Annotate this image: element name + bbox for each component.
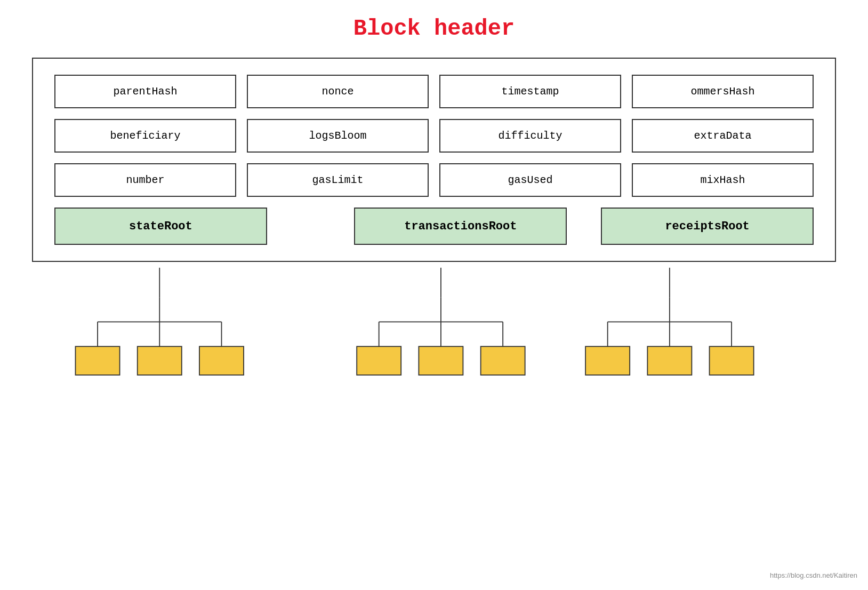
svg-rect-15	[357, 346, 401, 375]
field-extraData: extraData	[632, 119, 814, 153]
page-title: Block header	[353, 16, 515, 42]
grid-row-2: beneficiary logsBloom difficulty extraDa…	[54, 119, 814, 153]
svg-rect-16	[419, 346, 463, 375]
field-gasUsed: gasUsed	[439, 163, 621, 197]
field-difficulty: difficulty	[439, 119, 621, 153]
field-receiptsRoot: receiptsRoot	[601, 208, 814, 245]
svg-rect-7	[138, 346, 182, 375]
svg-rect-8	[199, 346, 244, 375]
grid-row-3: number gasLimit gasUsed mixHash	[54, 163, 814, 197]
field-logsBloom: logsBloom	[247, 119, 429, 153]
trees-section	[32, 262, 836, 414]
field-parentHash: parentHash	[54, 75, 236, 108]
svg-rect-6	[76, 346, 120, 375]
roots-row: stateRoot transactionsRoot receiptsRoot	[54, 208, 814, 245]
fields-grid: parentHash nonce timestamp ommersHash be…	[54, 75, 814, 245]
grid-row-1: parentHash nonce timestamp ommersHash	[54, 75, 814, 108]
block-header-container: parentHash nonce timestamp ommersHash be…	[32, 58, 836, 262]
field-timestamp: timestamp	[439, 75, 621, 108]
svg-rect-17	[481, 346, 525, 375]
svg-rect-26	[710, 346, 754, 375]
field-nonce: nonce	[247, 75, 429, 108]
svg-rect-24	[585, 346, 630, 375]
field-beneficiary: beneficiary	[54, 119, 236, 153]
field-mixHash: mixHash	[632, 163, 814, 197]
field-number: number	[54, 163, 236, 197]
field-transactionsRoot: transactionsRoot	[354, 208, 567, 245]
field-ommersHash: ommersHash	[632, 75, 814, 108]
watermark: https://blog.csdn.net/Kaitiren	[770, 571, 857, 579]
field-gasLimit: gasLimit	[247, 163, 429, 197]
trees-svg	[53, 262, 815, 411]
svg-rect-25	[647, 346, 692, 375]
field-stateRoot: stateRoot	[54, 208, 267, 245]
